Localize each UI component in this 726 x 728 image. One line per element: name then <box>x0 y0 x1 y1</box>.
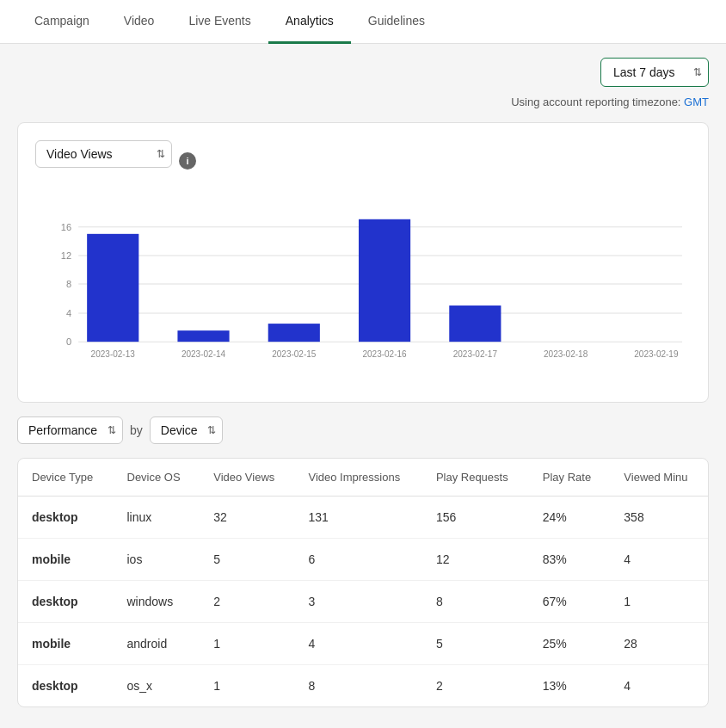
bar-5 <box>449 305 501 342</box>
svg-text:8: 8 <box>66 279 71 289</box>
cell-play-requests: 5 <box>422 623 529 665</box>
col-viewed-minutes: Viewed Minu <box>610 459 708 497</box>
info-icon[interactable]: i <box>179 152 196 170</box>
svg-text:4: 4 <box>66 308 71 318</box>
filter-row: Performance by Device <box>17 416 709 444</box>
cell-device-type: mobile <box>18 623 114 665</box>
cell-device-os: ios <box>114 539 200 581</box>
top-navigation: CampaignVideoLive EventsAnalyticsGuideli… <box>0 0 726 44</box>
cell-device-type: desktop <box>18 581 114 623</box>
device-select-wrapper: Device <box>150 416 223 444</box>
nav-tab-campaign[interactable]: Campaign <box>17 0 107 44</box>
svg-text:2023-02-17: 2023-02-17 <box>453 349 498 359</box>
metric-select[interactable]: Video Views Video Impressions Play Reque… <box>35 140 172 168</box>
cell-video-impressions: 4 <box>294 623 421 665</box>
table-row: mobile android 1 4 5 25% 28 <box>18 623 708 665</box>
bar-2 <box>177 330 229 342</box>
cell-play-requests: 12 <box>422 539 529 581</box>
nav-tab-video[interactable]: Video <box>107 0 172 44</box>
cell-viewed-minutes: 4 <box>610 665 708 707</box>
date-range-row: Last 7 days Last 14 days Last 30 days <box>17 58 709 87</box>
bar-1 <box>87 234 138 342</box>
cell-play-rate: 24% <box>529 497 611 539</box>
by-label: by <box>130 423 143 437</box>
col-play-rate: Play Rate <box>529 459 611 497</box>
table-header-row: Device Type Device OS Video Views Video … <box>18 459 708 497</box>
svg-text:0: 0 <box>66 336 71 347</box>
metric-select-wrapper: Video Views Video Impressions Play Reque… <box>35 140 172 168</box>
cell-device-type: desktop <box>18 497 114 539</box>
col-play-requests: Play Requests <box>422 459 529 497</box>
nav-tab-live-events[interactable]: Live Events <box>171 0 268 44</box>
data-table-card: Device Type Device OS Video Views Video … <box>17 458 709 707</box>
table-row: mobile ios 5 6 12 83% 4 <box>18 539 708 581</box>
timezone-link[interactable]: GMT <box>684 96 709 108</box>
cell-viewed-minutes: 4 <box>610 539 708 581</box>
cell-play-requests: 156 <box>422 497 529 539</box>
bar-3 <box>268 324 320 342</box>
date-range-wrapper: Last 7 days Last 14 days Last 30 days <box>600 58 709 87</box>
performance-select-wrapper: Performance <box>17 416 123 444</box>
svg-text:2023-02-13: 2023-02-13 <box>91 349 136 359</box>
cell-play-requests: 2 <box>422 665 529 707</box>
data-table: Device Type Device OS Video Views Video … <box>18 459 708 706</box>
cell-viewed-minutes: 358 <box>610 497 708 539</box>
cell-video-impressions: 8 <box>294 665 421 707</box>
timezone-text: Using account reporting timezone: <box>511 96 680 108</box>
svg-text:2023-02-18: 2023-02-18 <box>544 349 588 359</box>
cell-viewed-minutes: 28 <box>610 623 708 665</box>
nav-tab-guidelines[interactable]: Guidelines <box>351 0 442 44</box>
cell-video-views: 1 <box>200 623 294 665</box>
cell-device-type: desktop <box>18 665 114 707</box>
cell-video-views: 2 <box>200 581 294 623</box>
cell-device-os: os_x <box>114 665 200 707</box>
svg-text:2023-02-19: 2023-02-19 <box>634 349 679 359</box>
timezone-row: Using account reporting timezone: GMT <box>17 96 709 108</box>
performance-select[interactable]: Performance <box>17 416 123 444</box>
cell-video-views: 5 <box>200 539 294 581</box>
cell-device-os: windows <box>114 581 200 623</box>
cell-device-os: android <box>114 623 200 665</box>
svg-text:12: 12 <box>61 250 71 261</box>
col-video-views: Video Views <box>200 459 294 497</box>
cell-video-impressions: 3 <box>294 581 421 623</box>
cell-video-impressions: 6 <box>294 539 421 581</box>
cell-play-requests: 8 <box>422 581 529 623</box>
table-row: desktop windows 2 3 8 67% 1 <box>18 581 708 623</box>
device-select[interactable]: Device <box>150 416 223 444</box>
bar-chart: 0 4 8 12 16 2023-02-13 2023-02-14 2023-0… <box>35 195 691 385</box>
col-device-os: Device OS <box>114 459 200 497</box>
cell-viewed-minutes: 1 <box>610 581 708 623</box>
svg-text:2023-02-15: 2023-02-15 <box>272 349 317 359</box>
chart-svg: 0 4 8 12 16 2023-02-13 2023-02-14 2023-0… <box>35 195 691 385</box>
main-content: Last 7 days Last 14 days Last 30 days Us… <box>0 44 726 723</box>
table-row: desktop linux 32 131 156 24% 358 <box>18 497 708 539</box>
nav-tab-analytics[interactable]: Analytics <box>268 0 351 44</box>
col-video-impressions: Video Impressions <box>294 459 421 497</box>
svg-text:2023-02-14: 2023-02-14 <box>182 349 226 359</box>
cell-device-os: linux <box>114 497 200 539</box>
col-device-type: Device Type <box>18 459 114 497</box>
cell-video-views: 1 <box>200 665 294 707</box>
cell-device-type: mobile <box>18 539 114 581</box>
cell-play-rate: 67% <box>529 581 611 623</box>
table-row: desktop os_x 1 8 2 13% 4 <box>18 665 708 707</box>
date-range-select[interactable]: Last 7 days Last 14 days Last 30 days <box>600 58 709 87</box>
chart-card: Video Views Video Impressions Play Reque… <box>17 122 709 403</box>
cell-play-rate: 83% <box>529 539 611 581</box>
svg-text:16: 16 <box>61 222 71 232</box>
cell-video-views: 32 <box>200 497 294 539</box>
cell-play-rate: 25% <box>529 623 611 665</box>
bar-4 <box>359 219 410 342</box>
cell-video-impressions: 131 <box>294 497 421 539</box>
cell-play-rate: 13% <box>529 665 611 707</box>
svg-text:2023-02-16: 2023-02-16 <box>362 349 407 359</box>
